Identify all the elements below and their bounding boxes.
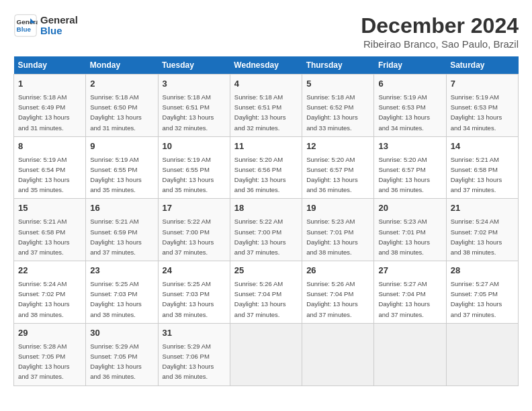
- calendar-table: SundayMondayTuesdayWednesdayThursdayFrid…: [13, 56, 519, 386]
- day-info: Sunrise: 5:21 AMSunset: 6:58 PMDaylight:…: [18, 218, 70, 256]
- location-title: Ribeirao Branco, Sao Paulo, Brazil: [361, 38, 519, 50]
- day-cell: 26Sunrise: 5:26 AMSunset: 7:04 PMDayligh…: [302, 261, 374, 324]
- day-cell: 13Sunrise: 5:20 AMSunset: 6:57 PMDayligh…: [374, 136, 446, 199]
- day-info: Sunrise: 5:25 AMSunset: 7:03 PMDaylight:…: [163, 280, 214, 318]
- day-cell: 15Sunrise: 5:21 AMSunset: 6:58 PMDayligh…: [14, 199, 86, 261]
- day-number: 2: [90, 78, 153, 91]
- day-cell: 1Sunrise: 5:18 AMSunset: 6:49 PMDaylight…: [14, 75, 86, 137]
- day-info: Sunrise: 5:20 AMSunset: 6:57 PMDaylight:…: [306, 156, 358, 194]
- day-cell: 6Sunrise: 5:19 AMSunset: 6:53 PMDaylight…: [374, 75, 446, 137]
- day-info: Sunrise: 5:21 AMSunset: 6:58 PMDaylight:…: [451, 156, 502, 194]
- day-cell: 5Sunrise: 5:18 AMSunset: 6:52 PMDaylight…: [302, 75, 374, 137]
- day-cell: 4Sunrise: 5:18 AMSunset: 6:51 PMDaylight…: [230, 75, 302, 137]
- day-info: Sunrise: 5:25 AMSunset: 7:03 PMDaylight:…: [90, 280, 142, 318]
- day-number: 6: [378, 78, 441, 91]
- day-cell: 21Sunrise: 5:24 AMSunset: 7:02 PMDayligh…: [446, 199, 518, 261]
- day-info: Sunrise: 5:19 AMSunset: 6:53 PMDaylight:…: [378, 93, 430, 132]
- day-info: Sunrise: 5:18 AMSunset: 6:51 PMDaylight:…: [163, 93, 214, 132]
- day-number: 7: [451, 78, 514, 91]
- svg-text:Blue: Blue: [17, 26, 32, 33]
- day-info: Sunrise: 5:18 AMSunset: 6:49 PMDaylight:…: [18, 93, 70, 132]
- header-cell-saturday: Saturday: [446, 56, 518, 75]
- day-cell: 20Sunrise: 5:23 AMSunset: 7:01 PMDayligh…: [374, 199, 446, 261]
- day-info: Sunrise: 5:23 AMSunset: 7:01 PMDaylight:…: [306, 218, 358, 256]
- day-cell: [446, 323, 518, 385]
- day-cell: 12Sunrise: 5:20 AMSunset: 6:57 PMDayligh…: [302, 136, 374, 199]
- day-number: 19: [306, 202, 369, 215]
- day-info: Sunrise: 5:18 AMSunset: 6:50 PMDaylight:…: [90, 93, 142, 132]
- day-number: 31: [163, 327, 226, 340]
- day-cell: 2Sunrise: 5:18 AMSunset: 6:50 PMDaylight…: [86, 75, 158, 137]
- day-info: Sunrise: 5:21 AMSunset: 6:59 PMDaylight:…: [90, 218, 142, 256]
- day-number: 22: [18, 265, 81, 277]
- week-row-3: 15Sunrise: 5:21 AMSunset: 6:58 PMDayligh…: [14, 199, 519, 261]
- logo-icon: General Blue: [13, 13, 38, 38]
- day-number: 21: [451, 202, 514, 215]
- day-info: Sunrise: 5:29 AMSunset: 7:06 PMDaylight:…: [163, 342, 214, 381]
- day-number: 24: [163, 265, 226, 277]
- day-cell: 19Sunrise: 5:23 AMSunset: 7:01 PMDayligh…: [302, 199, 374, 261]
- logo: General Blue General Blue: [13, 13, 78, 38]
- day-number: 5: [306, 78, 369, 91]
- day-cell: [374, 323, 446, 385]
- day-cell: 9Sunrise: 5:19 AMSunset: 6:55 PMDaylight…: [86, 136, 158, 199]
- day-cell: 25Sunrise: 5:26 AMSunset: 7:04 PMDayligh…: [230, 261, 302, 324]
- day-number: 3: [163, 78, 226, 91]
- day-cell: 16Sunrise: 5:21 AMSunset: 6:59 PMDayligh…: [86, 199, 158, 261]
- calendar-header: SundayMondayTuesdayWednesdayThursdayFrid…: [14, 56, 519, 75]
- day-number: 11: [234, 140, 298, 153]
- day-cell: 8Sunrise: 5:19 AMSunset: 6:54 PMDaylight…: [14, 136, 86, 199]
- day-number: 26: [306, 265, 369, 277]
- day-cell: 27Sunrise: 5:27 AMSunset: 7:04 PMDayligh…: [374, 261, 446, 324]
- day-cell: 14Sunrise: 5:21 AMSunset: 6:58 PMDayligh…: [446, 136, 518, 199]
- header-cell-monday: Monday: [86, 56, 158, 75]
- day-number: 4: [234, 78, 298, 91]
- day-info: Sunrise: 5:29 AMSunset: 7:05 PMDaylight:…: [90, 342, 142, 381]
- day-number: 9: [90, 140, 153, 153]
- day-cell: [302, 323, 374, 385]
- day-info: Sunrise: 5:28 AMSunset: 7:05 PMDaylight:…: [18, 342, 70, 381]
- day-info: Sunrise: 5:22 AMSunset: 7:00 PMDaylight:…: [163, 218, 214, 256]
- day-number: 23: [90, 265, 153, 277]
- svg-text:General: General: [17, 18, 38, 26]
- day-cell: 7Sunrise: 5:19 AMSunset: 6:53 PMDaylight…: [446, 75, 518, 137]
- week-row-2: 8Sunrise: 5:19 AMSunset: 6:54 PMDaylight…: [14, 136, 519, 199]
- day-cell: 18Sunrise: 5:22 AMSunset: 7:00 PMDayligh…: [230, 199, 302, 261]
- day-cell: 24Sunrise: 5:25 AMSunset: 7:03 PMDayligh…: [158, 261, 230, 324]
- day-info: Sunrise: 5:27 AMSunset: 7:04 PMDaylight:…: [378, 280, 430, 318]
- day-info: Sunrise: 5:23 AMSunset: 7:01 PMDaylight:…: [378, 218, 430, 256]
- calendar-body: 1Sunrise: 5:18 AMSunset: 6:49 PMDaylight…: [14, 75, 519, 386]
- day-info: Sunrise: 5:19 AMSunset: 6:55 PMDaylight:…: [163, 156, 214, 194]
- day-number: 14: [451, 140, 514, 153]
- day-info: Sunrise: 5:19 AMSunset: 6:53 PMDaylight:…: [451, 93, 502, 132]
- header-cell-thursday: Thursday: [302, 56, 374, 75]
- day-info: Sunrise: 5:26 AMSunset: 7:04 PMDaylight:…: [306, 280, 358, 318]
- day-cell: 10Sunrise: 5:19 AMSunset: 6:55 PMDayligh…: [158, 136, 230, 199]
- day-number: 12: [306, 140, 369, 153]
- day-info: Sunrise: 5:26 AMSunset: 7:04 PMDaylight:…: [234, 280, 286, 318]
- day-number: 28: [451, 265, 514, 277]
- month-title: December 2024: [361, 13, 519, 38]
- day-number: 18: [234, 202, 298, 215]
- day-info: Sunrise: 5:22 AMSunset: 7:00 PMDaylight:…: [234, 218, 286, 256]
- header-cell-sunday: Sunday: [14, 56, 86, 75]
- day-number: 17: [163, 202, 226, 215]
- day-number: 27: [378, 265, 441, 277]
- day-cell: 3Sunrise: 5:18 AMSunset: 6:51 PMDaylight…: [158, 75, 230, 137]
- day-number: 10: [163, 140, 226, 153]
- day-info: Sunrise: 5:24 AMSunset: 7:02 PMDaylight:…: [18, 280, 70, 318]
- day-cell: 31Sunrise: 5:29 AMSunset: 7:06 PMDayligh…: [158, 323, 230, 385]
- header-cell-wednesday: Wednesday: [230, 56, 302, 75]
- header-cell-friday: Friday: [374, 56, 446, 75]
- day-info: Sunrise: 5:18 AMSunset: 6:51 PMDaylight:…: [234, 93, 286, 132]
- day-info: Sunrise: 5:19 AMSunset: 6:55 PMDaylight:…: [90, 156, 142, 194]
- day-cell: 30Sunrise: 5:29 AMSunset: 7:05 PMDayligh…: [86, 323, 158, 385]
- header-row: SundayMondayTuesdayWednesdayThursdayFrid…: [14, 56, 519, 75]
- page-header: General Blue General Blue December 2024 …: [13, 13, 519, 50]
- title-block: December 2024 Ribeirao Branco, Sao Paulo…: [361, 13, 519, 50]
- day-info: Sunrise: 5:20 AMSunset: 6:57 PMDaylight:…: [378, 156, 430, 194]
- day-info: Sunrise: 5:19 AMSunset: 6:54 PMDaylight:…: [18, 156, 70, 194]
- day-cell: 28Sunrise: 5:27 AMSunset: 7:05 PMDayligh…: [446, 261, 518, 324]
- day-cell: 23Sunrise: 5:25 AMSunset: 7:03 PMDayligh…: [86, 261, 158, 324]
- day-number: 8: [18, 140, 81, 153]
